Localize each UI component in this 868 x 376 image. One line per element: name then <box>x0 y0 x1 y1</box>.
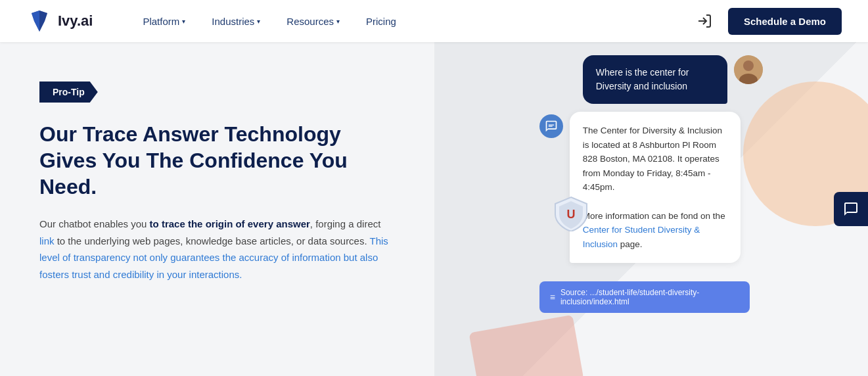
left-panel: Pro-Tip Our Trace Answer Technology Give… <box>0 42 434 376</box>
main-headline: Our Trace Answer Technology Gives You Th… <box>39 121 395 200</box>
svg-text:U: U <box>566 208 575 221</box>
chat-fab-button[interactable] <box>834 192 868 226</box>
logo[interactable]: Ivy.ai <box>26 8 93 34</box>
shield-logo: U <box>553 195 589 231</box>
bot-response-line2: More information can be fond on the <box>583 211 725 221</box>
user-bubble: Where is the center for Diversity and in… <box>583 55 727 104</box>
source-icon: ≡ <box>550 292 555 302</box>
nav-resources[interactable]: Resources ▾ <box>276 11 350 32</box>
logo-icon <box>26 8 53 34</box>
bot-bubble: The Center for Diversity & Inclusion is … <box>570 112 741 263</box>
logo-text: Ivy.ai <box>58 12 93 30</box>
source-url: Source: .../student-life/student-diversi… <box>560 288 739 306</box>
source-badge: ≡ Source: .../student-life/student-diver… <box>539 281 750 313</box>
schedule-demo-button[interactable]: Schedule a Demo <box>728 8 842 35</box>
bot-icon <box>539 114 563 138</box>
navbar: Ivy.ai Platform ▾ Industries ▾ Resources… <box>0 0 868 42</box>
bot-response-line3: page. <box>618 239 643 249</box>
link-anchor[interactable]: link <box>39 235 55 247</box>
body-mid: , forging a direct <box>310 218 381 229</box>
body-intro: Our chatbot enables you <box>39 218 150 229</box>
nav-industries[interactable]: Industries ▾ <box>201 11 271 32</box>
login-icon[interactable] <box>691 8 718 34</box>
nav-right: Schedule a Demo <box>691 8 842 35</box>
bot-response-line1: The Center for Diversity & Inclusion is … <box>583 126 722 192</box>
right-panel: Where is the center for Diversity and in… <box>434 42 869 376</box>
nav-platform[interactable]: Platform ▾ <box>132 11 196 32</box>
chat-container: Where is the center for Diversity and in… <box>539 55 763 313</box>
nav-links: Platform ▾ Industries ▾ Resources ▾ Pric… <box>132 11 691 32</box>
resources-chevron-icon: ▾ <box>336 18 340 25</box>
main-content: Pro-Tip Our Trace Answer Technology Give… <box>0 42 868 376</box>
body-text: Our chatbot enables you to trace the ori… <box>39 216 395 283</box>
body-cont: to the underlying web pages, knowledge b… <box>55 235 370 247</box>
user-message: Where is the center for Diversity and in… <box>539 55 763 104</box>
industries-chevron-icon: ▾ <box>257 18 260 25</box>
pro-tip-badge: Pro-Tip <box>39 82 98 103</box>
user-avatar <box>734 55 763 84</box>
svg-point-2 <box>743 60 754 71</box>
nav-pricing[interactable]: Pricing <box>355 11 407 32</box>
body-bold: to trace the origin of every answer <box>150 218 310 229</box>
platform-chevron-icon: ▾ <box>182 18 185 25</box>
bot-message: The Center for Diversity & Inclusion is … <box>539 112 763 263</box>
